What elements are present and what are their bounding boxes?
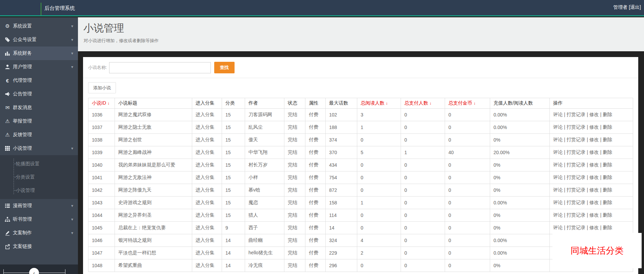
table-row: 1044网游之异界剑圣进入分集15猎人完结付费1140000%评论 | 打赏记录… bbox=[88, 209, 633, 222]
sidebar-collapse-button[interactable]: ‹ bbox=[29, 268, 39, 274]
op-link[interactable]: 打赏记录 bbox=[566, 124, 585, 130]
enter-episodes-link[interactable]: 进入分集 bbox=[196, 137, 215, 142]
table-cell: 0 bbox=[445, 197, 490, 209]
op-link[interactable]: 打赏记录 bbox=[566, 112, 585, 117]
op-link[interactable]: 评论 bbox=[553, 212, 563, 218]
op-link[interactable]: 打赏记录 bbox=[566, 187, 585, 193]
op-link[interactable]: 删除 bbox=[603, 187, 612, 193]
search-input[interactable] bbox=[109, 62, 211, 73]
op-link[interactable]: 删除 bbox=[603, 162, 612, 167]
op-link[interactable]: 删除 bbox=[603, 112, 612, 117]
enter-episodes-link[interactable]: 进入分集 bbox=[196, 237, 215, 243]
sidebar-item-finance[interactable]: 系统财务▾ bbox=[0, 47, 78, 60]
op-link[interactable]: 删除 bbox=[603, 137, 612, 142]
enter-episodes-link[interactable]: 进入分集 bbox=[196, 212, 215, 218]
op-link[interactable]: 打赏记录 bbox=[566, 137, 585, 142]
enter-episodes-link[interactable]: 进入分集 bbox=[196, 175, 215, 180]
sidebar-item-audiobooks[interactable]: 听书管理▾ bbox=[0, 213, 78, 226]
enter-episodes-link[interactable]: 进入分集 bbox=[196, 149, 215, 155]
op-link[interactable]: 打赏记录 bbox=[566, 162, 585, 167]
op-link[interactable]: 打赏记录 bbox=[566, 175, 585, 180]
op-link[interactable]: 修改 bbox=[589, 187, 599, 193]
sidebar-item-announcements[interactable]: 公告管理 bbox=[0, 87, 78, 101]
enter-episodes-link[interactable]: 进入分集 bbox=[196, 187, 215, 193]
sidebar-item-label: 公告管理 bbox=[13, 91, 32, 97]
table-cell: 完结 bbox=[284, 159, 305, 171]
table-cell: 希望贰重曲 bbox=[115, 259, 192, 272]
column-header[interactable]: 总支付金币 ↓ bbox=[445, 98, 490, 109]
sort-arrow-icon: ↓ bbox=[386, 101, 388, 106]
table-cell: 0 bbox=[445, 134, 490, 146]
sidebar-item-copy-links[interactable]: 文案链接 bbox=[0, 240, 78, 253]
sidebar-item-users[interactable]: 用户管理▾ bbox=[0, 60, 78, 74]
op-link[interactable]: 删除 bbox=[603, 200, 612, 205]
op-link[interactable]: 修改 bbox=[589, 137, 599, 142]
op-link[interactable]: 打赏记录 bbox=[566, 200, 585, 205]
search-bar: 小说名称: 查找 bbox=[83, 57, 638, 78]
op-link[interactable]: 评论 bbox=[553, 225, 563, 230]
op-link[interactable]: 评论 bbox=[553, 162, 563, 167]
warning-icon: ⚠ bbox=[4, 118, 11, 124]
add-novel-button[interactable]: 添加小说 bbox=[88, 82, 116, 93]
column-header[interactable]: 小说ID ↓ bbox=[88, 98, 115, 109]
sidebar-item-feedback[interactable]: ⚠反馈管理 bbox=[0, 128, 78, 142]
op-link[interactable]: 修改 bbox=[589, 112, 599, 117]
sidebar-item-label: 系统财务 bbox=[13, 50, 32, 56]
op-link[interactable]: 删除 bbox=[603, 124, 612, 130]
op-link[interactable]: 评论 bbox=[553, 175, 563, 180]
enter-episodes-link[interactable]: 进入分集 bbox=[196, 112, 215, 117]
sidebar-item-novels[interactable]: 小说管理▾ bbox=[0, 142, 78, 155]
enter-episodes-link[interactable]: 进入分集 bbox=[196, 262, 215, 268]
op-link[interactable]: 删除 bbox=[603, 175, 612, 180]
enter-episodes-link[interactable]: 进入分集 bbox=[196, 225, 215, 230]
sidebar-item-copywriting[interactable]: 文案制作▾ bbox=[0, 226, 78, 240]
sidebar-subitem[interactable]: -分类设置 bbox=[0, 170, 78, 184]
table-cell: 完结 bbox=[284, 184, 305, 197]
op-link[interactable]: 打赏记录 bbox=[566, 225, 585, 230]
op-link[interactable]: 删除 bbox=[603, 225, 612, 230]
table-cell: 史诗游戏之规则 bbox=[115, 197, 192, 209]
logout-link[interactable]: [退出] bbox=[629, 4, 641, 10]
sidebar-item-official-account[interactable]: 公众号设置▾ bbox=[0, 33, 78, 47]
column-header[interactable]: 总支付人数 ↓ bbox=[401, 98, 445, 109]
op-link[interactable]: 评论 bbox=[553, 200, 563, 205]
op-link[interactable]: 修改 bbox=[589, 225, 599, 230]
sidebar-subitem[interactable]: -小说管理 bbox=[0, 184, 78, 197]
enter-episodes-link[interactable]: 进入分集 bbox=[196, 124, 215, 130]
op-link[interactable]: 修改 bbox=[589, 162, 599, 167]
op-link[interactable]: 评论 bbox=[553, 187, 563, 193]
enter-episodes-link[interactable]: 进入分集 bbox=[196, 200, 215, 205]
op-link[interactable]: 打赏记录 bbox=[566, 212, 585, 218]
sidebar-item-comics[interactable]: 漫画管理▾ bbox=[0, 199, 78, 213]
table-cell: 完结 bbox=[284, 121, 305, 134]
chevron-left-icon: ‹ bbox=[33, 270, 35, 274]
column-header: 充值人数/阅读人数 bbox=[490, 98, 550, 109]
op-link[interactable]: 删除 bbox=[603, 149, 612, 155]
op-link[interactable]: 删除 bbox=[603, 212, 612, 218]
sidebar-item-label: 文案制作 bbox=[13, 230, 32, 236]
sidebar-subitem[interactable]: -轮播图设置 bbox=[0, 157, 78, 170]
op-link[interactable]: 修改 bbox=[589, 149, 599, 155]
enter-episodes-link[interactable]: 进入分集 bbox=[196, 250, 215, 255]
enter-episodes-link[interactable]: 进入分集 bbox=[196, 162, 215, 167]
sidebar-item-system-settings[interactable]: ⚙系统设置▾ bbox=[0, 19, 78, 33]
table-row: 1038网游之创世进入分集15傲天完结付费3740000%评论 | 打赏记录 |… bbox=[88, 134, 633, 146]
op-link[interactable]: 评论 bbox=[553, 124, 563, 130]
op-link[interactable]: 修改 bbox=[589, 200, 599, 205]
table-row: 1036网游之魔武双修进入分集15刀客源码网完结付费1023000.00%评论 … bbox=[88, 109, 633, 121]
op-link[interactable]: 修改 bbox=[589, 175, 599, 180]
op-link[interactable]: 修改 bbox=[589, 124, 599, 130]
op-link[interactable]: 打赏记录 bbox=[566, 149, 585, 155]
op-link[interactable]: 评论 bbox=[553, 149, 563, 155]
sidebar-item-reports[interactable]: ⚠举报管理 bbox=[0, 114, 78, 128]
op-link[interactable]: 评论 bbox=[553, 137, 563, 142]
overlay-popup: 同城生活分类 bbox=[552, 233, 642, 268]
sidebar-item-agents[interactable]: €代理管理 bbox=[0, 74, 78, 87]
op-link[interactable]: 修改 bbox=[589, 212, 599, 218]
column-header[interactable]: 总阅读人数 ↓ bbox=[357, 98, 401, 109]
op-link[interactable]: 评论 bbox=[553, 112, 563, 117]
sidebar-item-broadcast[interactable]: ✉群发消息 bbox=[0, 101, 78, 114]
table-cell: 曲经幽 bbox=[245, 234, 284, 247]
search-button[interactable]: 查找 bbox=[214, 62, 235, 73]
table-cell: 完结 bbox=[284, 234, 305, 247]
